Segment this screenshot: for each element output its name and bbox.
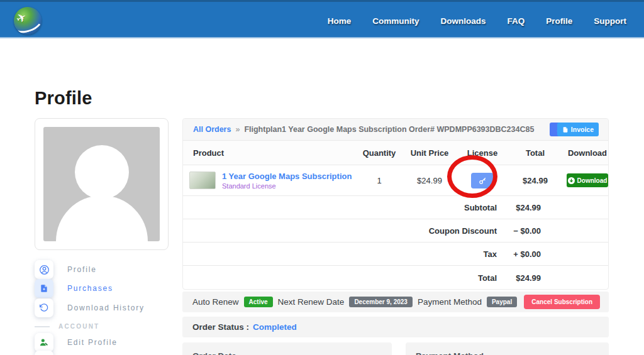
sidebar-item-label: Edit Profile	[67, 338, 118, 347]
breadcrumb-current: Flightplan1 Year Google Maps Subscriptio…	[244, 125, 534, 134]
order-status-bar: Order Status : Completed	[182, 317, 609, 337]
col-header-download: Download	[565, 148, 609, 158]
payment-method-panel: Payment Method	[406, 342, 609, 355]
col-header-unit-price: Unit Price	[399, 148, 460, 158]
section-divider	[35, 326, 50, 327]
download-button[interactable]: Download	[567, 173, 608, 187]
nav-link-faq[interactable]: FAQ	[507, 16, 525, 26]
summary-label: Coupon Discount	[429, 226, 497, 236]
summary-row-subtotal: Subtotal $24.99	[183, 196, 608, 219]
page-title: Profile	[35, 88, 92, 109]
row-total-value: $24.99	[505, 176, 565, 185]
top-navbar: ✈ Home Community Downloads FAQ Profile S…	[0, 0, 644, 38]
avatar-card	[35, 118, 169, 250]
avatar-head-silhouette	[75, 145, 129, 199]
sidebar-section-account: ACCOUNT	[35, 323, 99, 330]
breadcrumb: All Orders » Flightplan1 Year Google Map…	[183, 119, 608, 141]
user-edit-icon	[35, 333, 53, 352]
summary-row-total: Total $24.99	[183, 266, 608, 289]
invoice-button[interactable]: Invoice	[557, 123, 599, 136]
user-circle-icon	[35, 260, 53, 279]
section-label: ACCOUNT	[58, 323, 99, 330]
sidebar-item-clipped[interactable]	[35, 351, 53, 355]
col-header-product: Product	[183, 148, 359, 158]
sidebar-item-download-history[interactable]: Download History	[35, 298, 145, 317]
breadcrumb-separator: »	[235, 125, 240, 134]
auto-renew-label: Auto Renew	[192, 297, 239, 307]
payment-method-panel-title: Payment Method	[416, 351, 484, 355]
product-name-link[interactable]: 1 Year Google Maps Subscription	[222, 171, 352, 182]
license-cell	[460, 173, 505, 188]
sidebar-item-purchases[interactable]: Purchases	[35, 279, 113, 298]
auto-renew-bar: Auto Renew Active Next Renew Date Decemb…	[182, 292, 609, 312]
avatar	[43, 127, 160, 241]
breadcrumb-all-orders-link[interactable]: All Orders	[193, 125, 231, 134]
nav-link-downloads[interactable]: Downloads	[440, 16, 486, 26]
order-date-panel: Order Date	[182, 342, 392, 355]
product-license-type: Standard License	[222, 182, 352, 190]
summary-value: − $0.00	[513, 226, 541, 236]
sidebar-item-profile[interactable]: Profile	[35, 260, 97, 279]
table-row: 1 Year Google Maps Subscription Standard…	[183, 165, 608, 196]
auto-renew-status-badge: Active	[244, 297, 273, 307]
col-header-total: Total	[505, 148, 565, 158]
payment-method-badge: Paypal	[487, 297, 517, 307]
nav-link-community[interactable]: Community	[372, 16, 419, 26]
sidebar-item-edit-profile[interactable]: Edit Profile	[35, 333, 118, 352]
sidebar-item-label: Purchases	[67, 284, 113, 293]
next-renew-label: Next Renew Date	[278, 297, 345, 307]
order-details-card: All Orders » Flightplan1 Year Google Map…	[182, 118, 609, 290]
avatar-body-silhouette	[56, 195, 148, 241]
summary-label: Total	[478, 273, 497, 282]
product-thumbnail	[189, 172, 216, 189]
summary-row-coupon: Coupon Discount − $0.00	[183, 219, 608, 243]
sidebar-item-label: Profile	[67, 265, 97, 274]
order-status-value[interactable]: Completed	[253, 322, 297, 332]
payment-method-label: Payment Method	[418, 297, 482, 307]
order-date-panel-title: Order Date	[192, 351, 236, 355]
order-status-label: Order Status :	[192, 322, 249, 332]
file-icon	[35, 279, 53, 298]
license-key-button[interactable]	[471, 173, 494, 188]
nav-link-support[interactable]: Support	[594, 16, 626, 26]
summary-value: + $0.00	[513, 249, 541, 259]
quantity-value: 1	[359, 176, 399, 185]
download-circle-icon	[568, 177, 575, 184]
summary-value: $24.99	[516, 203, 541, 212]
product-cell: 1 Year Google Maps Subscription Standard…	[183, 171, 359, 190]
page: ✈ Home Community Downloads FAQ Profile S…	[0, 0, 644, 355]
invoice-file-icon	[562, 126, 569, 133]
col-header-license: License	[460, 148, 505, 158]
sidebar-icon-clipped	[35, 351, 53, 355]
cancel-subscription-button[interactable]: Cancel Subscription	[524, 295, 600, 309]
download-button-label: Download	[577, 177, 608, 184]
history-icon	[35, 298, 53, 317]
sidebar-item-label: Download History	[67, 303, 145, 312]
key-icon	[479, 177, 487, 185]
nav-link-home[interactable]: Home	[328, 16, 352, 26]
nav-links: Home Community Downloads FAQ Profile Sup…	[328, 2, 626, 40]
summary-value: $24.99	[516, 273, 541, 282]
table-header-row: Product Quantity Unit Price License Tota…	[183, 141, 608, 165]
summary-label: Subtotal	[464, 203, 497, 212]
summary-label: Tax	[484, 249, 497, 259]
download-cell: Download	[565, 173, 609, 187]
unit-price-value: $24.99	[399, 176, 460, 185]
col-header-quantity: Quantity	[359, 148, 399, 158]
summary-row-tax: Tax + $0.00	[183, 243, 608, 266]
next-renew-date-badge: December 9, 2023	[349, 297, 413, 307]
site-logo[interactable]: ✈	[14, 7, 42, 35]
invoice-button-label: Invoice	[571, 126, 594, 133]
nav-link-profile[interactable]: Profile	[546, 16, 572, 26]
